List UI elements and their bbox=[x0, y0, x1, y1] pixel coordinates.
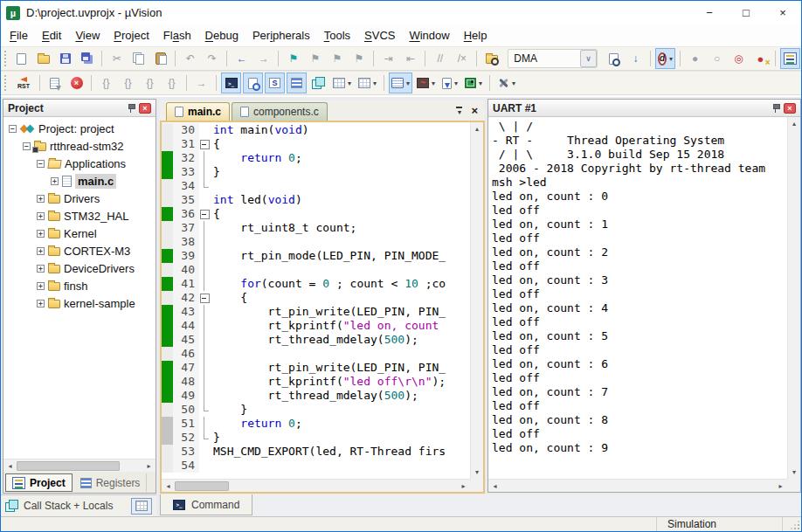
save-all[interactable] bbox=[77, 48, 97, 69]
hscroll-thumb[interactable] bbox=[175, 481, 229, 491]
search-input[interactable]: DMA bbox=[514, 52, 537, 65]
find-dialog[interactable]: d▾ bbox=[655, 48, 675, 69]
project-panel-close-button[interactable]: × bbox=[139, 103, 151, 114]
scroll-up-icon[interactable]: ▴ bbox=[471, 122, 484, 135]
fold-collapse-icon[interactable] bbox=[199, 207, 210, 221]
reset-cpu[interactable]: RST bbox=[12, 73, 35, 93]
tree-item-project-project[interactable]: −Project: project bbox=[3, 120, 156, 137]
scroll-down-icon[interactable]: ▾ bbox=[471, 466, 484, 479]
pin-icon[interactable] bbox=[771, 103, 780, 113]
combobox-dropdown-icon[interactable]: ∨ bbox=[580, 50, 597, 67]
save[interactable] bbox=[55, 48, 75, 69]
registers-window[interactable] bbox=[287, 73, 307, 93]
tree-item-cortex-m3[interactable]: +CORTEX-M3 bbox=[3, 242, 156, 259]
tab-command[interactable]: >_ Command bbox=[160, 494, 252, 515]
menu-project[interactable]: Project bbox=[107, 26, 156, 45]
expand-icon[interactable]: + bbox=[37, 212, 45, 220]
scroll-right-icon[interactable]: ▸ bbox=[142, 459, 156, 473]
fold-collapse-icon[interactable] bbox=[199, 137, 210, 151]
command-window[interactable]: >_ bbox=[221, 73, 241, 93]
system-viewer[interactable]: ▾ bbox=[462, 73, 485, 93]
code-editor[interactable]: 30int main(void)31{32 return 0;33}3435in… bbox=[160, 121, 485, 494]
project-tree-hscrollbar[interactable]: ◂ ▸ bbox=[3, 459, 156, 472]
disassembly-window[interactable] bbox=[243, 73, 263, 93]
menu-window[interactable]: Window bbox=[402, 26, 456, 45]
close-button[interactable]: × bbox=[764, 1, 801, 24]
previous-bookmark[interactable]: ⚑ bbox=[305, 48, 325, 69]
memory-windows-dropdown-icon[interactable]: ▾ bbox=[373, 79, 377, 87]
scroll-left-icon[interactable]: ◂ bbox=[162, 480, 175, 493]
paste[interactable] bbox=[150, 48, 170, 69]
menu-flash[interactable]: Flash bbox=[156, 26, 198, 45]
watch-windows-dropdown-icon[interactable]: ▾ bbox=[348, 79, 351, 87]
incremental-find[interactable]: ↓ bbox=[626, 48, 646, 69]
tree-item-kernel[interactable]: +Kernel bbox=[3, 225, 156, 242]
menu-debug[interactable]: Debug bbox=[198, 26, 245, 45]
clear-all-bookmarks[interactable]: ⚑ bbox=[349, 48, 369, 69]
scroll-down-icon[interactable]: ▾ bbox=[788, 466, 801, 479]
step-out[interactable]: {} bbox=[140, 73, 160, 93]
tree-item-stm32-hal[interactable]: +STM32_HAL bbox=[3, 207, 156, 225]
collapse-icon[interactable]: − bbox=[9, 125, 17, 133]
memory-windows[interactable]: ▾ bbox=[356, 73, 379, 93]
call-stack-window[interactable] bbox=[308, 73, 328, 93]
expand-icon[interactable]: + bbox=[37, 195, 45, 203]
uart-vscrollbar[interactable]: ▴ ▾ bbox=[787, 117, 800, 479]
menu-help[interactable]: Help bbox=[457, 26, 494, 45]
tree-item-kernel-sample[interactable]: +kernel-sample bbox=[3, 294, 156, 312]
unindent-selection[interactable]: ⇤ bbox=[400, 48, 420, 69]
enable-disable-breakpoint[interactable]: ○ bbox=[707, 48, 727, 69]
expand-icon[interactable]: + bbox=[37, 265, 45, 273]
copy[interactable] bbox=[128, 48, 149, 69]
open-file[interactable] bbox=[33, 48, 53, 69]
navigate-back[interactable]: ← bbox=[232, 48, 252, 69]
callstack-bar[interactable]: Call Stack + Locals bbox=[1, 494, 156, 516]
editor-tab-components-c[interactable]: components.c bbox=[232, 102, 328, 121]
menu-peripherals[interactable]: Peripherals bbox=[245, 26, 317, 45]
collapse-icon[interactable]: − bbox=[23, 142, 31, 150]
kill-all-breakpoints[interactable]: ● bbox=[750, 48, 771, 69]
analysis-windows-dropdown-icon[interactable]: ▾ bbox=[432, 79, 435, 87]
expand-icon[interactable]: + bbox=[37, 230, 45, 238]
uart-panel-close-button[interactable]: × bbox=[784, 103, 796, 114]
menu-svcs[interactable]: SVCS bbox=[357, 26, 402, 45]
uncomment-selection[interactable]: /× bbox=[452, 48, 472, 69]
editor-vscrollbar[interactable]: ▴ ▾ bbox=[470, 122, 483, 479]
serial-windows-dropdown-icon[interactable]: ▾ bbox=[406, 79, 410, 87]
indent-selection[interactable]: ⇥ bbox=[378, 48, 398, 69]
stop-debug[interactable]: × bbox=[66, 73, 86, 93]
scroll-left-icon[interactable]: ◂ bbox=[488, 480, 501, 493]
watch-windows[interactable]: ▾ bbox=[330, 73, 354, 93]
redo[interactable]: ↷ bbox=[202, 48, 222, 69]
find-in-files[interactable] bbox=[481, 48, 501, 69]
next-bookmark[interactable]: ⚑ bbox=[327, 48, 347, 69]
system-viewer-dropdown-icon[interactable]: ▾ bbox=[479, 79, 482, 87]
step-into[interactable]: {} bbox=[96, 73, 116, 93]
analysis-windows[interactable]: ~▾ bbox=[414, 73, 438, 93]
configuration[interactable] bbox=[780, 48, 800, 69]
tab-registers[interactable]: Registers bbox=[74, 473, 148, 492]
debug-toolbox[interactable]: ▾ bbox=[494, 73, 518, 93]
editor-tab-main-c[interactable]: main.c bbox=[166, 102, 230, 121]
trace-windows-dropdown-icon[interactable]: ▾ bbox=[454, 79, 458, 87]
editor-close-icon[interactable]: × bbox=[471, 104, 478, 117]
hscroll-thumb[interactable] bbox=[17, 461, 120, 471]
disable-all-breakpoints[interactable]: ◎ bbox=[729, 48, 749, 69]
go[interactable]: → bbox=[191, 73, 211, 93]
menu-tools[interactable]: Tools bbox=[317, 26, 357, 45]
insert-remove-breakpoint[interactable]: ● bbox=[685, 48, 705, 69]
new-file[interactable] bbox=[11, 48, 31, 69]
tab-list-icon[interactable]: ▼ bbox=[456, 107, 462, 115]
show-next-statement[interactable] bbox=[45, 73, 65, 93]
tree-item-main-c[interactable]: +main.c bbox=[3, 172, 156, 190]
menu-file[interactable]: File bbox=[3, 26, 35, 45]
expand-icon[interactable]: + bbox=[37, 300, 45, 307]
uart-output[interactable]: \ | / - RT - Thread Operating System / |… bbox=[488, 117, 787, 479]
maximize-button[interactable]: □ bbox=[728, 1, 764, 24]
run-to-cursor[interactable]: {} bbox=[162, 73, 182, 93]
editor-hscrollbar[interactable]: ◂ ▸ bbox=[162, 479, 470, 492]
resize-grip[interactable] bbox=[798, 528, 799, 529]
scroll-up-icon[interactable]: ▴ bbox=[788, 117, 801, 130]
collapse-icon[interactable]: − bbox=[37, 160, 45, 168]
cut[interactable]: ✂ bbox=[107, 48, 127, 69]
